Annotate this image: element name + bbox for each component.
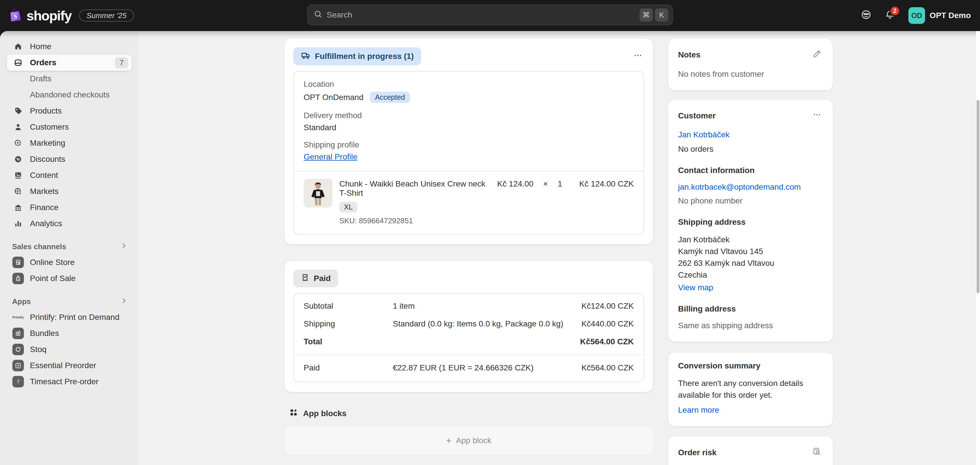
customer-email-link[interactable]: jan.kotrbacek@optondemand.com [678, 183, 801, 192]
marketing-icon [13, 139, 24, 148]
plus-icon: + [446, 436, 452, 445]
customer-orders-count: No orders [678, 144, 823, 154]
version-badge[interactable]: Summer '25 [79, 10, 134, 22]
command-keycap: ⌘ [640, 8, 653, 22]
sidebar-item-drafts[interactable]: Drafts [7, 71, 132, 87]
sidebar-item-label: Orders [30, 58, 56, 67]
sidebar-item-customers[interactable]: Customers [7, 119, 132, 135]
shopify-brand[interactable]: S shopify [8, 6, 72, 25]
timesact-icon: T [13, 376, 24, 387]
order-risk-details-button[interactable] [810, 445, 823, 460]
customer-menu-button[interactable] [811, 109, 823, 123]
app-blocks-title: App blocks [303, 409, 347, 418]
doc-search-icon [812, 447, 821, 458]
order-risk-card: Order risk Analysis not available [668, 436, 833, 465]
notification-count-badge: 2 [889, 5, 900, 16]
sidekick-icon [861, 9, 872, 22]
sidebar-item-products[interactable]: Products [7, 103, 132, 119]
fulfillment-status-badge: Fulfillment in progress (1) [293, 48, 421, 65]
conversion-summary-text: There aren't any conversion details avai… [678, 377, 816, 401]
store-name: OPT Demo [930, 11, 971, 20]
pencil-icon [812, 49, 821, 60]
stoq-icon [13, 344, 24, 355]
location-value: OPT OnDemand [304, 93, 363, 102]
topbar: S shopify Summer '25 Search ⌘ K [0, 0, 980, 31]
sidebar-item-essential-preorder[interactable]: Essential Preorder [7, 357, 132, 374]
apps-header[interactable]: Apps [12, 297, 128, 306]
sidebar-item-home[interactable]: Home [7, 38, 132, 55]
conversion-summary-card: Conversion summary There aren't any conv… [668, 352, 833, 426]
finance-icon [13, 203, 24, 212]
sidebar-item-label: Drafts [30, 74, 51, 83]
sidebar-item-stoq[interactable]: Stoq [7, 341, 132, 357]
sidebar-item-abandoned-checkouts[interactable]: Abandoned checkouts [7, 87, 132, 103]
sidebar-item-point-of-sale[interactable]: S Point of Sale [7, 270, 132, 287]
notifications-button[interactable]: 2 [885, 10, 895, 22]
sidebar-item-label: Marketing [30, 138, 65, 148]
sidebar-item-printify[interactable]: Printify Printify: Print on Demand [7, 309, 132, 325]
sidebar-item-analytics[interactable]: Analytics [7, 216, 132, 232]
sidebar-item-discounts[interactable]: % Discounts [7, 151, 132, 167]
sidebar-item-finance[interactable]: Finance [7, 200, 132, 216]
shopify-admin-window: S shopify Summer '25 Search ⌘ K [0, 0, 980, 465]
variant-badge: XL [339, 202, 358, 213]
product-thumbnail[interactable] [304, 179, 332, 208]
notes-card: Notes No notes from customer [668, 39, 833, 90]
edit-notes-button[interactable] [810, 48, 823, 62]
address-line: 262 63 Kamýk nad Vltavou [678, 257, 823, 269]
notes-empty-text: No notes from customer [678, 70, 823, 79]
essential-preorder-icon [13, 360, 24, 371]
shopify-logo-icon: S [8, 6, 22, 25]
row-amount: Kč440.00 CZK [581, 319, 634, 329]
multiply-sign: × [543, 179, 548, 189]
sales-channels-header[interactable]: Sales channels [12, 242, 128, 251]
search-placeholder: Search [327, 10, 352, 19]
sidebar-item-orders[interactable]: Orders 7 [7, 55, 132, 71]
scrollbar-thumb[interactable] [977, 100, 979, 293]
search-input[interactable]: Search ⌘ K [307, 5, 673, 25]
product-sku: SKU: 8596647292851 [339, 216, 490, 225]
add-app-block-button[interactable]: + App block [285, 427, 653, 454]
delivery-method-value: Standard [304, 123, 634, 132]
summary-row-paid: Paid €22.87 EUR (1 EUR = 24.666326 CZK) … [294, 355, 644, 382]
sidebar-item-bundles[interactable]: Bundles [7, 325, 132, 341]
k-keycap: K [655, 8, 668, 22]
app-blocks-header: App blocks [289, 408, 653, 419]
receipt-check-icon [301, 273, 309, 284]
sidebar-item-label: Bundles [30, 329, 59, 338]
sidebar-item-content[interactable]: Content [7, 167, 132, 183]
sidebar-item-timesact-preorder[interactable]: T Timesact Pre-order [7, 374, 132, 390]
summary-row-shipping: Shipping Standard (0.0 kg: Items 0.0 kg,… [294, 315, 644, 333]
paid-status-badge: Paid [293, 270, 338, 287]
line-total: Kč 124.00 CZK [572, 179, 634, 189]
shipping-profile-link[interactable]: General Profile [304, 152, 358, 161]
sidebar-item-label: Online Store [30, 258, 75, 267]
learn-more-link[interactable]: Learn more [678, 406, 719, 415]
sidebar-item-marketing[interactable]: Marketing [7, 135, 132, 151]
sidebar-item-label: Timesact Pre-order [30, 377, 99, 386]
row-label: Subtotal [304, 302, 387, 311]
printify-icon: Printify [13, 316, 24, 319]
address-line: Jan Kotrbáček [678, 234, 823, 246]
sidebar-item-label: Customers [30, 122, 69, 132]
product-title-link[interactable]: Chunk - Waikki Beach Unisex Crew neck T-… [339, 179, 490, 198]
row-detail: €22.87 EUR (1 EUR = 24.666326 CZK) [393, 363, 576, 373]
sidebar-item-label: Markets [30, 187, 59, 196]
products-icon [13, 106, 24, 115]
sidekick-button[interactable] [861, 9, 872, 22]
sidebar-item-online-store[interactable]: Online Store [7, 254, 132, 270]
fulfillment-menu-button[interactable] [632, 49, 644, 64]
page-scrollbar[interactable] [976, 31, 980, 465]
order-risk-title: Order risk [678, 448, 717, 457]
sidebar-item-label: Finance [30, 203, 59, 212]
store-menu[interactable]: OD OPT Demo [908, 7, 971, 24]
location-label: Location [304, 79, 634, 89]
horizontal-dots-icon [633, 51, 643, 62]
sidebar-item-markets[interactable]: $ Markets [7, 183, 132, 200]
markets-icon: $ [13, 187, 24, 196]
sidebar-item-label: Analytics [30, 219, 62, 228]
sidebar-item-label: Content [30, 171, 58, 180]
point-of-sale-icon: S [13, 273, 24, 284]
customer-name-link[interactable]: Jan Kotrbáček [678, 130, 730, 140]
view-map-link[interactable]: View map [678, 283, 713, 292]
